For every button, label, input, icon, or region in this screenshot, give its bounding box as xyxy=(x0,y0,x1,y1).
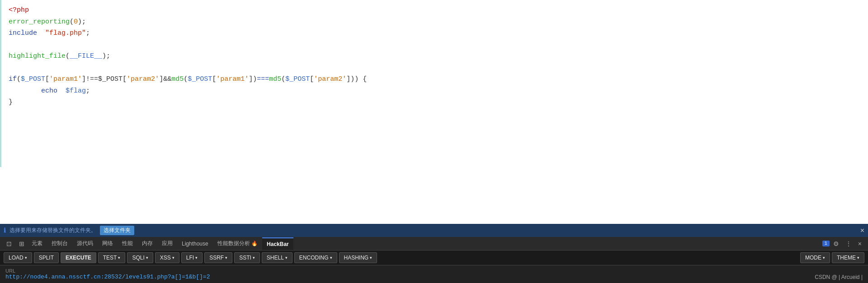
code-line: if($_POST['param1']!==$_POST['param2']&&… xyxy=(9,74,861,85)
code-line xyxy=(9,62,861,74)
code-line: error_reporting(0); xyxy=(9,16,861,28)
code-line: <?php xyxy=(9,5,861,16)
code-line xyxy=(9,39,861,51)
code-line: echo $flag; xyxy=(9,85,861,97)
code-line: include "flag.php"; xyxy=(9,28,861,39)
code-line: } xyxy=(9,97,861,108)
code-display: <?phperror_reporting(0);include "flag.ph… xyxy=(0,0,868,167)
code-line: highlight_file(__FILE__); xyxy=(9,51,861,62)
